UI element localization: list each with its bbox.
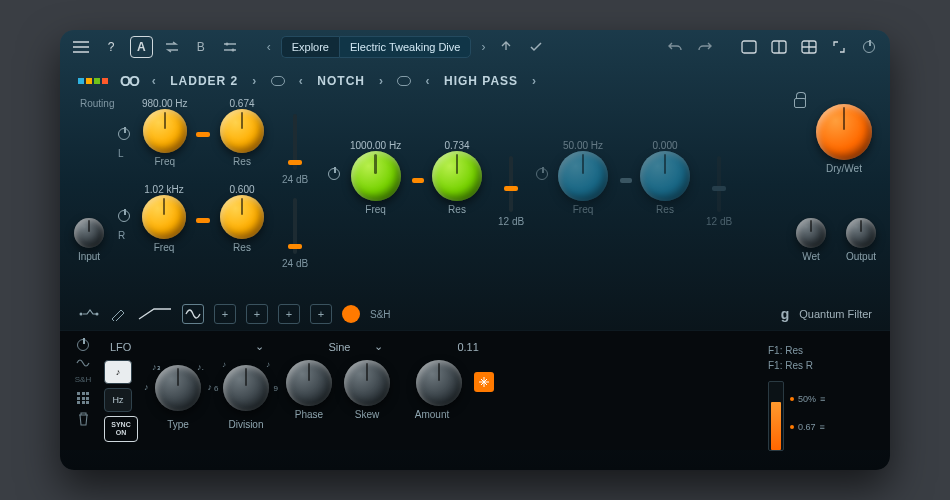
mod-meter <box>768 381 784 451</box>
routing-icon[interactable] <box>78 78 108 84</box>
view-2-icon[interactable] <box>768 36 790 58</box>
f2-res-knob[interactable] <box>432 151 482 201</box>
f1-power-r[interactable] <box>118 210 130 222</box>
matrix-icon[interactable] <box>77 392 89 404</box>
lfo-phase-knob[interactable] <box>286 360 332 406</box>
f3-next-icon[interactable]: › <box>530 74 539 88</box>
preset-browser: Explore Electric Tweaking Dive <box>281 36 472 58</box>
lfo-main: LFO ⌄ Sine ⌄ 0.11 ♪ Hz SYNCON ♪ <box>104 339 762 442</box>
lfo-wave-icon[interactable] <box>182 304 204 324</box>
f1-r-label: R <box>118 230 125 241</box>
ab-slot-a[interactable]: A <box>130 36 153 58</box>
lfo-wave-dropdown-icon[interactable]: ⌄ <box>374 340 383 353</box>
filter-tabs: OO ‹ LADDER 2 › ‹ NOTCH › ‹ HIGH PASS › <box>60 64 890 98</box>
svg-point-0 <box>225 43 228 46</box>
f3-res-knob[interactable] <box>640 151 690 201</box>
f1-prev-icon[interactable]: ‹ <box>150 74 159 88</box>
mod-assign-button[interactable] <box>474 372 494 392</box>
f3-power[interactable] <box>536 168 548 180</box>
preset-save-icon[interactable] <box>495 36 517 58</box>
draw-icon[interactable] <box>110 307 128 321</box>
drywet-lock[interactable] <box>794 98 806 108</box>
view-3-icon[interactable] <box>798 36 820 58</box>
lfo-hz-mode[interactable]: Hz <box>104 388 132 412</box>
preset-name[interactable]: Electric Tweaking Dive <box>339 36 471 58</box>
f2-slope-slider[interactable] <box>509 156 513 212</box>
lfo-phase-label: Phase <box>295 409 323 420</box>
lfo-division-knob[interactable] <box>223 365 269 411</box>
mod-active-dot[interactable] <box>342 305 360 323</box>
f3-freq-knob[interactable] <box>558 151 608 201</box>
lfo-target-2[interactable]: F1: Res R <box>768 360 878 371</box>
filter1-type[interactable]: LADDER 2 <box>170 74 238 88</box>
lfo-type-dropdown-icon[interactable]: ⌄ <box>255 340 264 353</box>
preset-next-icon[interactable]: › <box>479 40 487 54</box>
f1-power-l[interactable] <box>118 128 130 140</box>
f3-slope-slider[interactable] <box>717 156 721 212</box>
preset-check-icon[interactable] <box>525 36 547 58</box>
settings-sliders-icon[interactable] <box>219 36 241 58</box>
f1-next-icon[interactable]: › <box>250 74 259 88</box>
mod-slot-4[interactable]: + <box>310 304 332 324</box>
filter2-type[interactable]: NOTCH <box>317 74 365 88</box>
moon-icon <box>402 360 412 406</box>
drywet-knob[interactable] <box>816 104 872 160</box>
trash-icon[interactable] <box>77 412 90 426</box>
wet-knob[interactable] <box>796 218 826 248</box>
lfo-sync-toggle[interactable]: SYNCON <box>104 416 138 442</box>
f1-freq-r-knob[interactable] <box>142 195 186 239</box>
input-knob[interactable] <box>74 218 104 248</box>
lfo-wave-name[interactable]: Sine <box>328 341 350 353</box>
routing-chain-icon[interactable]: OO <box>120 73 138 89</box>
redo-icon[interactable] <box>694 36 716 58</box>
help-icon[interactable]: ? <box>100 36 122 58</box>
undo-icon[interactable] <box>664 36 686 58</box>
f1-link-icon[interactable] <box>271 76 285 86</box>
f2-freq-knob[interactable] <box>351 151 401 201</box>
sh-section-icon[interactable]: S&H <box>75 375 91 384</box>
f1-res-l-value: 0.674 <box>229 98 254 109</box>
f1-res-l-label: Res <box>233 156 251 167</box>
explore-button[interactable]: Explore <box>281 36 339 58</box>
resize-icon[interactable] <box>828 36 850 58</box>
f1-l-link-dash <box>196 132 210 137</box>
menu-icon[interactable] <box>70 36 92 58</box>
env-shape-icon[interactable] <box>78 307 100 321</box>
f1-freq-l-knob[interactable] <box>143 109 187 153</box>
f1-res-l-knob[interactable] <box>220 109 264 153</box>
f1-slope-r-slider[interactable] <box>293 198 297 254</box>
ab-slot-b[interactable]: B <box>191 36 211 58</box>
lfo-section-icon[interactable] <box>76 359 90 367</box>
lfo-type-knob[interactable] <box>155 365 201 411</box>
lfo-note-mode[interactable]: ♪ <box>104 360 132 384</box>
output-knob[interactable] <box>846 218 876 248</box>
f2-link-icon[interactable] <box>397 76 411 86</box>
mod-slot-3[interactable]: + <box>278 304 300 324</box>
f1-res-r-label: Res <box>233 242 251 253</box>
lfo-division-label: Division <box>228 419 263 430</box>
f1-res-r-knob[interactable] <box>220 195 264 239</box>
lfo-skew-knob[interactable] <box>344 360 390 406</box>
f3-freq-value: 50.00 Hz <box>563 140 603 151</box>
mod-slot-2[interactable]: + <box>246 304 268 324</box>
lfo-amount-knob[interactable] <box>416 360 462 406</box>
preset-prev-icon[interactable]: ‹ <box>265 40 273 54</box>
lfo-targets: F1: Res F1: Res R 50% ≡ 0.67 ≡ <box>768 339 878 442</box>
meter-menu-2-icon[interactable]: ≡ <box>820 422 825 432</box>
f2-prev-icon[interactable]: ‹ <box>297 74 306 88</box>
f1-slope-l-slider[interactable] <box>293 114 297 170</box>
filter3-type[interactable]: HIGH PASS <box>444 74 518 88</box>
meter-menu-1-icon[interactable]: ≡ <box>820 394 825 404</box>
power-icon[interactable] <box>858 36 880 58</box>
f2-power[interactable] <box>328 168 340 180</box>
f3-prev-icon[interactable]: ‹ <box>423 74 432 88</box>
mod-slot-1[interactable]: + <box>214 304 236 324</box>
lfo-power-icon[interactable] <box>77 339 89 351</box>
svg-point-5 <box>80 313 83 316</box>
f2-next-icon[interactable]: › <box>377 74 386 88</box>
view-1-icon[interactable] <box>738 36 760 58</box>
f1-slope-l-value: 24 dB <box>282 174 308 185</box>
ab-swap-icon[interactable] <box>161 36 183 58</box>
lfo-target-1[interactable]: F1: Res <box>768 345 878 356</box>
ramp-icon[interactable] <box>138 306 172 322</box>
